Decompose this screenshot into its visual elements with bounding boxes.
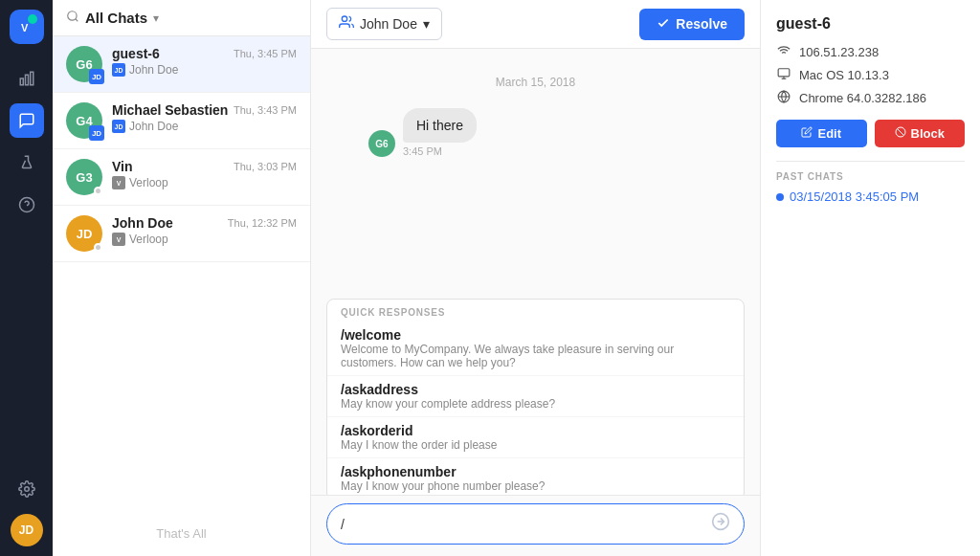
qr-description: May know your complete address please? [341,397,730,411]
assignee-badge-icon: V [112,233,125,246]
sub-badge: JD [89,69,104,84]
message-avatar: G6 [368,130,395,157]
assignee-name: Verloop [129,233,168,246]
chat-time: Thu, 3:45 PM [234,48,297,59]
chat-name: guest-6 [112,46,160,61]
resolve-check-icon [657,16,670,33]
quick-response-item[interactable]: /welcome Welcome to MyCompany. We always… [327,322,744,376]
svg-rect-5 [30,72,33,85]
qr-description: May I know your phone number please? [341,479,730,493]
quick-response-item[interactable]: /askphonenumber May I know your phone nu… [327,458,744,500]
chat-input-wrapper [326,503,745,545]
assignee-name: John Doe [129,63,178,77]
ip-info: 106.51.23.238 [776,44,965,60]
assignee-label: John Doe [360,16,417,32]
right-panel: guest-6 106.51.23.238 Mac OS 10.13.3 Chr… [760,0,980,556]
chat-time: Thu, 3:43 PM [234,104,297,116]
svg-point-7 [24,487,29,492]
chat-input-area [311,495,760,556]
nav-flask-icon[interactable] [10,145,44,180]
main-chat-area: John Doe ▾ Resolve March 15, 2018 G6 Hi … [311,0,760,556]
date-divider: March 15, 2018 [368,76,702,89]
assignee-button[interactable]: John Doe ▾ [326,8,442,40]
past-chat-date: 03/15/2018 3:45:05 PM [790,189,919,204]
qr-command: /askaddress [341,382,730,397]
resolve-label: Resolve [676,16,727,32]
chat-list-panel: All Chats ▾ G6 JD guest-6 Thu, 3:45 PM J… [53,0,311,556]
globe-icon [776,90,791,106]
search-icon [66,10,79,26]
nav-settings-icon[interactable] [10,472,44,506]
svg-text:V: V [21,22,29,33]
nav-chart-icon[interactable] [10,61,44,96]
assignee-name: John Doe [129,120,178,133]
block-icon [895,126,906,141]
chevron-down-icon: ▾ [153,11,159,25]
right-actions: Edit Block [776,120,965,147]
message-row: G6 Hi there 3:45 PM [368,108,702,157]
ip-address: 106.51.23.238 [799,45,879,59]
chat-list-footer: That's All [53,511,310,556]
os-info: Mac OS 10.13.3 [776,67,965,83]
chat-name: John Doe [112,215,173,231]
chat-item-guest6[interactable]: G6 JD guest-6 Thu, 3:45 PM JD John Doe [53,36,310,93]
chat-list-header[interactable]: All Chats ▾ [53,0,310,36]
edit-icon [801,126,813,141]
quick-response-item[interactable]: /askorderid May I know the order id plea… [327,417,744,458]
resolve-button[interactable]: Resolve [639,9,745,40]
chat-time: Thu, 3:03 PM [234,161,297,172]
chat-list-items: G6 JD guest-6 Thu, 3:45 PM JD John Doe G… [53,36,310,511]
block-button[interactable]: Block [875,120,966,147]
message-bubble: Hi there [403,108,477,143]
past-chats-label: PAST CHATS [776,171,965,182]
quick-responses-header: QUICK RESPONSES [327,300,744,322]
assignee-badge-icon: JD [112,63,125,77]
chat-item-johndoe[interactable]: JD John Doe Thu, 12:32 PM V Verloop [53,206,310,262]
app-logo: V [10,10,44,44]
nav-question-icon[interactable] [10,188,44,222]
chat-name: Vin [112,159,133,174]
bottom-avatar[interactable]: JD [11,514,43,546]
block-label: Block [911,126,945,141]
nav-chat-icon[interactable] [10,103,44,138]
assignee-name: Verloop [129,176,168,189]
quick-response-item[interactable]: /askaddress May know your complete addre… [327,376,744,417]
chat-list-title: All Chats [85,10,147,26]
chat-item-vin[interactable]: G3 Vin Thu, 3:03 PM V Verloop [53,149,310,206]
svg-point-9 [342,16,346,21]
avatar: G4 JD [66,102,102,139]
sub-badge: JD [89,125,104,141]
avatar: JD [66,215,102,252]
chat-name: Michael Sebastien [112,102,228,118]
send-icon[interactable] [711,512,730,536]
assignee-badge-icon: V [112,176,125,189]
guest-name: guest-6 [776,15,965,33]
svg-rect-4 [25,75,28,85]
divider [776,161,965,162]
quick-responses-panel: QUICK RESPONSES /welcome Welcome to MyCo… [326,299,745,500]
left-nav: V JD [0,0,53,556]
message-text: Hi there [416,118,463,133]
assignee-chevron-icon: ▾ [423,16,430,32]
avatar: G6 JD [66,46,102,82]
edit-button[interactable]: Edit [776,120,867,147]
svg-rect-3 [20,78,23,85]
assignee-badge-icon: JD [112,120,125,133]
qr-command: /askorderid [341,423,730,438]
chat-item-michael[interactable]: G4 JD Michael Sebastien Thu, 3:43 PM JD … [53,93,310,149]
assignee-people-icon [339,14,354,33]
monitor-icon [776,67,791,83]
edit-label: Edit [817,126,841,141]
svg-point-1 [28,14,37,24]
online-dot [94,187,102,195]
svg-line-19 [897,128,903,135]
qr-description: May I know the order id please [341,438,730,452]
qr-command: /welcome [341,327,730,343]
avatar: G3 [66,159,102,195]
past-chat-item[interactable]: 03/15/2018 3:45:05 PM [776,189,965,204]
svg-point-8 [68,11,77,20]
chat-header: John Doe ▾ Resolve [311,0,760,49]
os-label: Mac OS 10.13.3 [799,68,889,82]
browser-label: Chrome 64.0.3282.186 [799,91,926,105]
chat-input[interactable] [341,517,703,532]
